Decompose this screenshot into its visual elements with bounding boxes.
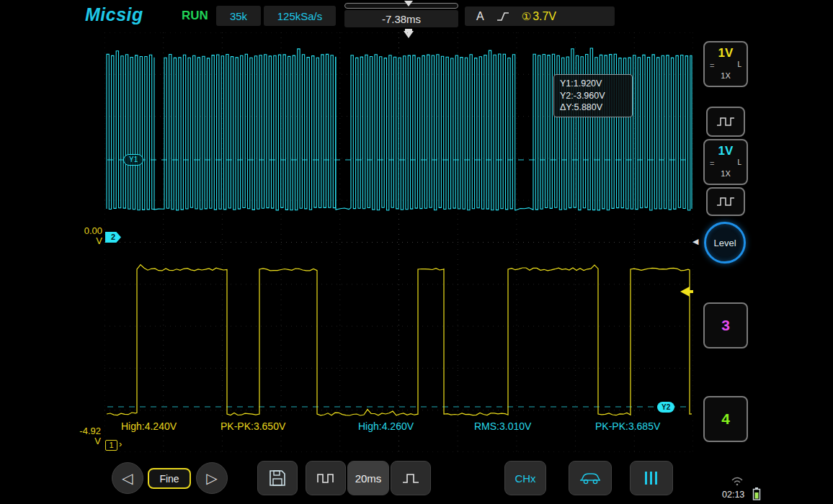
cursor-dy-value: ΔY:5.880V xyxy=(560,102,626,114)
ch3-label: 3 xyxy=(721,317,730,334)
ch2-wave-type-button[interactable] xyxy=(706,187,745,216)
ch1-probe: 1X xyxy=(705,71,747,80)
measurement-ch2-pkpk: PK-PK:3.685V xyxy=(595,420,660,432)
ch2-zero-value: 0.00 xyxy=(72,226,102,236)
trigger-level-arrow[interactable] xyxy=(680,287,690,297)
battery-icon xyxy=(752,487,761,500)
trigger-channel-icon: ① xyxy=(522,10,531,23)
ch3-button[interactable]: 3 xyxy=(703,302,748,348)
run-status[interactable]: RUN xyxy=(182,9,208,23)
cursor-readout: Y1:1.920V Y2:-3.960V ΔY:5.880V xyxy=(553,74,633,117)
pulse-train-icon xyxy=(317,472,334,485)
measurement-ch1-high: High:4.240V xyxy=(121,420,177,432)
ch1-bw-limit: L xyxy=(737,60,741,68)
cursor-y1-value: Y1:1.920V xyxy=(560,78,626,90)
trigger-source: A xyxy=(476,10,484,23)
sample-rate-box[interactable]: 125kSa/s xyxy=(264,6,336,26)
ch1-scale: 1V xyxy=(705,46,747,60)
square-wave-icon xyxy=(716,116,735,127)
sample-rate: 125kSa/s xyxy=(277,10,323,22)
ch2-zero-unit: V xyxy=(72,236,102,246)
square-wave-icon xyxy=(716,196,735,207)
memory-depth-box[interactable]: 35k xyxy=(216,6,261,26)
ch4-label: 4 xyxy=(721,410,730,428)
trigger-level-arrow-tail xyxy=(690,290,693,293)
save-button[interactable] xyxy=(257,461,298,495)
trigger-level-button[interactable]: Level xyxy=(704,222,746,264)
ch2-scale: 1V xyxy=(705,144,747,158)
ch1-wave-type-button[interactable] xyxy=(706,107,745,137)
level-label: Level xyxy=(713,238,736,248)
ch2-scale-button[interactable]: 1V = L 1X xyxy=(703,139,748,185)
ch2-coupling-icon: = xyxy=(710,159,714,168)
fine-coarse-toggle[interactable]: Fine xyxy=(148,468,191,489)
timebase-display[interactable]: 20ms xyxy=(347,461,389,495)
ch1-zero-label: -4.92 V xyxy=(71,426,101,446)
car-icon xyxy=(579,470,602,486)
measurement-ch1-pkpk: PK-PK:3.650V xyxy=(220,420,285,432)
ch2-zero-label: 0.00 V xyxy=(72,226,102,246)
prev-icon: ◁ xyxy=(122,469,133,487)
ch1-coupling-icon: = xyxy=(710,61,714,70)
ch2-probe: 1X xyxy=(705,169,747,178)
cursor-y1-handle[interactable]: Y1 xyxy=(123,154,143,166)
timebase-ruler[interactable] xyxy=(344,3,458,9)
ch1-zero-value: -4.92 xyxy=(71,426,101,436)
pulse-train-button[interactable] xyxy=(306,461,346,495)
timebase-value: 20ms xyxy=(355,472,382,485)
vehicle-mode-button[interactable] xyxy=(569,461,612,495)
save-icon xyxy=(268,469,287,487)
cursor-y2-handle[interactable]: Y2 xyxy=(657,402,674,413)
trigger-time-box[interactable]: -7.38ms xyxy=(344,10,458,27)
ruler-trigger-marker[interactable] xyxy=(404,1,413,6)
measurement-ch2-high: High:4.260V xyxy=(358,420,414,432)
next-icon: ▷ xyxy=(206,469,217,487)
ch2-bw-limit: L xyxy=(737,158,741,166)
prev-button[interactable]: ◁ xyxy=(112,462,143,494)
trigger-info-box[interactable]: A ① 3.7V xyxy=(465,6,615,26)
oscilloscope-screen: Micsig RUN 35k 125kSa/s -7.38ms A ① 3.7V… xyxy=(0,0,833,504)
measurement-ch2-rms: RMS:3.010V xyxy=(474,420,531,432)
single-pulse-button[interactable] xyxy=(391,461,431,495)
ch1-zero-unit: V xyxy=(71,436,101,446)
brand-logo: Micsig xyxy=(85,4,143,25)
next-button[interactable]: ▷ xyxy=(196,462,228,494)
fine-label: Fine xyxy=(159,473,179,485)
ch4-button[interactable]: 4 xyxy=(703,396,748,442)
ch1-ground-badge[interactable]: 1 xyxy=(105,440,117,451)
single-pulse-icon xyxy=(402,472,419,485)
trigger-level-value: 3.7V xyxy=(533,10,556,23)
ch1-scale-button[interactable]: 1V = L 1X xyxy=(703,41,748,87)
chx-label: CHx xyxy=(514,472,535,485)
wifi-icon xyxy=(731,475,744,486)
menu-bars-button[interactable] xyxy=(630,461,673,495)
trigger-slope-icon xyxy=(496,11,510,22)
chx-button[interactable]: CHx xyxy=(504,461,546,495)
memory-depth: 35k xyxy=(230,10,247,22)
level-pointer-icon: ◀ xyxy=(692,237,698,246)
ch1-ground-badge-arrow-icon: › xyxy=(119,438,122,449)
cursor-y2-value: Y2:-3.960V xyxy=(560,90,626,102)
bars-icon xyxy=(642,471,661,485)
trigger-time: -7.38ms xyxy=(382,13,421,25)
clock: 02:13 xyxy=(722,490,744,500)
